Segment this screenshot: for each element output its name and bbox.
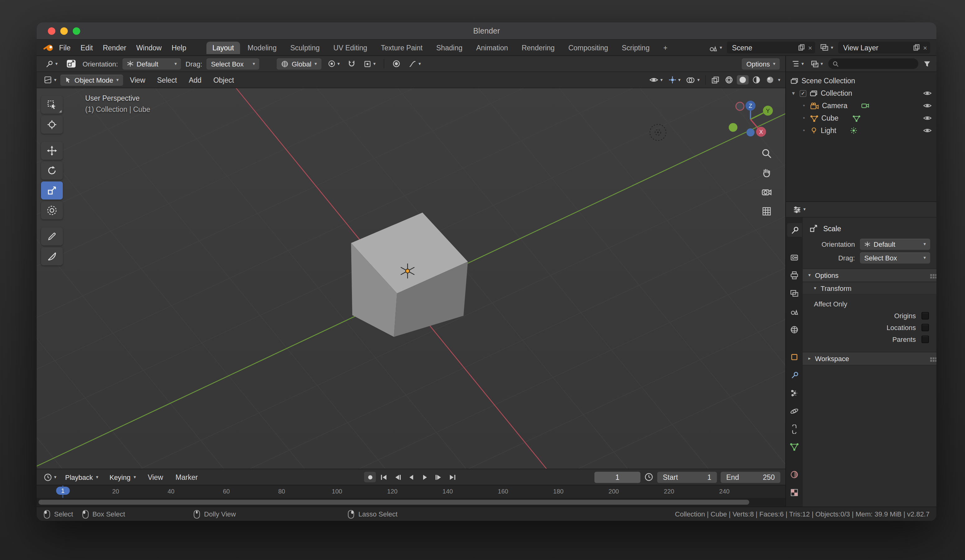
preview-range-clock-icon[interactable] xyxy=(644,472,654,482)
menu-window[interactable]: Window xyxy=(131,42,167,52)
transform-panel-header[interactable]: ▾ Transform xyxy=(803,282,936,295)
add-workspace-button[interactable]: + xyxy=(657,41,673,54)
tab-texture-properties[interactable] xyxy=(787,485,802,499)
menu-render[interactable]: Render xyxy=(98,42,131,52)
axis-neg-z-handle[interactable] xyxy=(746,128,754,136)
timeline-ruler[interactable]: 20 40 60 80 100 120 140 160 180 200 220 … xyxy=(37,485,785,498)
gizmos-dropdown[interactable]: ▾ xyxy=(666,75,682,85)
cursor-tool-button[interactable] xyxy=(41,116,63,134)
shading-wireframe-button[interactable] xyxy=(723,75,735,85)
view-layer-browse-button[interactable]: ▾ xyxy=(818,43,835,52)
pivot-point-dropdown[interactable]: ▾ xyxy=(325,59,342,69)
tab-active-tool[interactable] xyxy=(787,223,802,237)
light-object[interactable] xyxy=(650,124,666,140)
move-tool-button[interactable] xyxy=(41,142,63,160)
scene-browse-button[interactable]: ▾ xyxy=(707,42,724,52)
drag-dropdown[interactable]: Select Box ▾ xyxy=(860,252,930,263)
outliner-search-input[interactable] xyxy=(842,60,914,67)
viewport-menu-object[interactable]: Object xyxy=(208,75,239,85)
viewport-menu-view[interactable]: View xyxy=(125,75,150,85)
view-layer-name-field[interactable]: View Layer × xyxy=(838,42,930,54)
viewport-menu-add[interactable]: Add xyxy=(184,75,206,85)
pan-hand-icon[interactable] xyxy=(761,167,772,178)
zoom-window-button[interactable] xyxy=(73,27,80,35)
close-window-button[interactable] xyxy=(48,27,56,35)
visibility-eye-icon[interactable] xyxy=(923,103,932,109)
tab-view-layer-properties[interactable] xyxy=(787,287,802,300)
transform-orientation-global-dropdown[interactable]: Global ▾ xyxy=(277,58,321,69)
new-view-layer-icon[interactable] xyxy=(913,44,919,51)
scene-name-field[interactable]: Scene × xyxy=(727,42,815,54)
panel-grip[interactable] xyxy=(930,274,932,276)
tab-render-properties[interactable] xyxy=(787,250,802,264)
outliner-row-camera[interactable]: • Camera xyxy=(786,100,936,112)
frame-start-field[interactable]: Start 1 xyxy=(657,472,717,483)
shading-solid-button[interactable] xyxy=(737,75,749,85)
tab-scripting[interactable]: Scripting xyxy=(615,41,656,54)
tab-output-properties[interactable] xyxy=(787,268,802,282)
timeline-menu-view[interactable]: View xyxy=(143,472,168,482)
drag-dropdown[interactable]: Select Box ▾ xyxy=(207,58,260,69)
outliner-row-cube[interactable]: • Cube xyxy=(786,112,936,124)
axis-neg-x-handle[interactable] xyxy=(736,102,744,110)
xray-toggle[interactable] xyxy=(710,75,721,84)
parents-checkbox[interactable] xyxy=(921,336,929,343)
viewport-menu-select[interactable]: Select xyxy=(152,75,182,85)
tab-world-properties[interactable] xyxy=(787,323,802,336)
tab-object-properties[interactable] xyxy=(787,350,802,364)
ortho-toggle-icon[interactable] xyxy=(761,206,772,217)
zoom-icon[interactable] xyxy=(761,148,772,159)
tab-animation[interactable]: Animation xyxy=(470,41,514,54)
options-dropdown[interactable]: Options ▾ xyxy=(742,58,780,69)
visibility-dropdown[interactable]: ▾ xyxy=(647,76,665,84)
locations-checkbox[interactable] xyxy=(921,324,929,331)
light-data-icon[interactable] xyxy=(850,127,857,134)
jump-to-start-button[interactable] xyxy=(378,472,389,482)
tab-particle-properties[interactable] xyxy=(787,386,802,400)
axis-neg-y-handle[interactable] xyxy=(729,123,738,132)
visibility-eye-icon[interactable] xyxy=(923,115,932,121)
annotate-tool-button[interactable] xyxy=(41,227,63,245)
camera-view-icon[interactable] xyxy=(761,186,772,198)
tab-shading[interactable]: Shading xyxy=(430,41,468,54)
menu-edit[interactable]: Edit xyxy=(75,42,98,52)
properties-editor-dropdown[interactable]: ▾ xyxy=(791,205,808,214)
camera-data-icon[interactable] xyxy=(861,103,869,109)
expand-collection-icon[interactable]: ▾ xyxy=(790,90,797,96)
next-keyframe-button[interactable] xyxy=(432,472,444,482)
rotate-tool-button[interactable] xyxy=(41,162,63,180)
mesh-data-icon[interactable] xyxy=(852,115,860,121)
options-panel-header[interactable]: ▾ Options xyxy=(803,268,936,282)
tab-object-data-properties[interactable] xyxy=(787,440,802,454)
navigation-gizmo[interactable]: Z Y X xyxy=(727,96,774,143)
overlays-dropdown[interactable]: ▾ xyxy=(684,75,702,84)
collection-checkbox[interactable]: ✓ xyxy=(800,90,806,96)
blender-logo-icon[interactable] xyxy=(43,42,54,52)
horizontal-scrollbar[interactable] xyxy=(39,500,749,504)
play-button[interactable] xyxy=(419,472,430,482)
tab-constraint-properties[interactable] xyxy=(787,422,802,436)
tab-scene-properties[interactable] xyxy=(787,305,802,318)
minimize-window-button[interactable] xyxy=(61,27,68,35)
proportional-falloff-dropdown[interactable]: ▾ xyxy=(407,59,423,69)
select-box-tool-button[interactable] xyxy=(41,96,63,114)
mode-dropdown[interactable]: Object Mode ▾ xyxy=(61,74,123,85)
proportional-editing-toggle[interactable] xyxy=(391,59,402,69)
menu-help[interactable]: Help xyxy=(167,42,191,52)
playback-menu[interactable]: Playback ▾ xyxy=(61,472,103,483)
remove-view-layer-icon[interactable]: × xyxy=(923,44,927,51)
panel-grip[interactable] xyxy=(930,358,932,359)
tab-uv-editing[interactable]: UV Editing xyxy=(327,41,373,54)
keying-menu[interactable]: Keying ▾ xyxy=(105,472,140,483)
visibility-eye-icon[interactable] xyxy=(923,127,932,134)
menu-file[interactable]: File xyxy=(54,42,75,52)
shading-dropdown-caret[interactable]: ▾ xyxy=(778,78,780,82)
prev-keyframe-button[interactable] xyxy=(391,472,403,482)
jump-to-end-button[interactable] xyxy=(446,472,458,482)
tab-material-properties[interactable] xyxy=(787,467,802,481)
tab-compositing[interactable]: Compositing xyxy=(562,41,614,54)
cube-object[interactable] xyxy=(351,212,468,337)
tab-modeling[interactable]: Modeling xyxy=(241,41,283,54)
macos-titlebar[interactable]: Blender xyxy=(37,22,936,40)
outliner-editor-dropdown[interactable]: ▾ xyxy=(790,59,806,69)
